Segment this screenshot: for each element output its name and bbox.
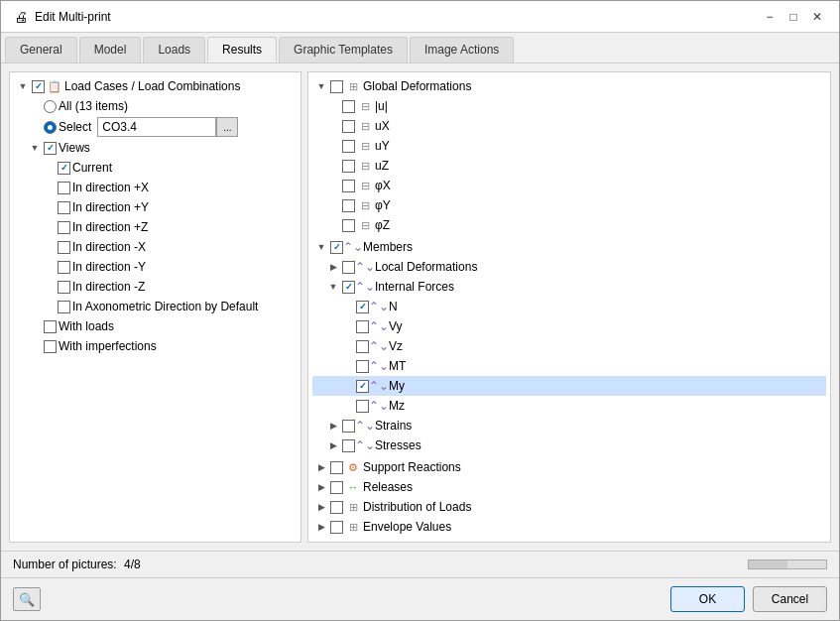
global-phiy-checkbox[interactable] bbox=[342, 199, 355, 212]
global-uz[interactable]: ▶ ⊟ uZ bbox=[312, 156, 826, 176]
releases-checkbox[interactable] bbox=[330, 481, 343, 494]
all-items-radio[interactable] bbox=[44, 100, 57, 113]
tab-loads[interactable]: Loads bbox=[143, 37, 205, 62]
global-phiz-checkbox[interactable] bbox=[342, 219, 355, 232]
load-cases-checkbox[interactable] bbox=[32, 80, 45, 93]
force-mz-checkbox[interactable] bbox=[356, 400, 369, 413]
global-deformations-item[interactable]: ▼ ⊞ Global Deformations bbox=[312, 76, 826, 96]
view-current[interactable]: ▶ Current bbox=[14, 158, 297, 178]
global-ux[interactable]: ▶ ⊟ uX bbox=[312, 116, 826, 136]
local-deformations-item[interactable]: ▶ ⌃⌄ Local Deformations bbox=[312, 257, 826, 277]
select-radio[interactable] bbox=[44, 121, 57, 134]
view-dir-py[interactable]: ▶ In direction +Y bbox=[14, 197, 297, 217]
view-dir-px-checkbox[interactable] bbox=[58, 182, 70, 194]
view-dir-px[interactable]: ▶ In direction +X bbox=[14, 178, 297, 197]
view-axonometric[interactable]: ▶ In Axonometric Direction by Default bbox=[14, 297, 297, 316]
distribution-loads-item[interactable]: ▶ ⊞ Distribution of Loads bbox=[312, 497, 826, 517]
strains-item[interactable]: ▶ ⌃⌄ Strains bbox=[312, 416, 826, 435]
tab-graphic-templates[interactable]: Graphic Templates bbox=[279, 37, 408, 62]
envelope-values-item[interactable]: ▶ ⊞ Envelope Values bbox=[312, 517, 826, 537]
select-option[interactable]: ▶ Select ... bbox=[14, 116, 297, 138]
load-cases-expand-icon[interactable]: ▼ bbox=[16, 79, 30, 93]
global-u-abs-checkbox[interactable] bbox=[342, 100, 355, 113]
global-phix[interactable]: ▶ ⊟ φX bbox=[312, 176, 826, 195]
force-my[interactable]: ▶ ⌃⌄ My bbox=[312, 376, 826, 396]
views-item[interactable]: ▼ Views bbox=[14, 138, 297, 158]
global-deformations-checkbox[interactable] bbox=[330, 80, 343, 93]
views-checkbox[interactable] bbox=[44, 142, 57, 155]
tab-results[interactable]: Results bbox=[207, 37, 277, 62]
global-uz-checkbox[interactable] bbox=[342, 160, 355, 173]
force-mt-checkbox[interactable] bbox=[356, 360, 369, 373]
global-phix-checkbox[interactable] bbox=[342, 180, 355, 192]
force-vy[interactable]: ▶ ⌃⌄ Vy bbox=[312, 316, 826, 336]
internal-forces-item[interactable]: ▼ ⌃⌄ Internal Forces bbox=[312, 277, 826, 297]
global-u-abs[interactable]: ▶ ⊟ |u| bbox=[312, 96, 826, 116]
all-items-option[interactable]: ▶ All (13 items) bbox=[14, 96, 297, 116]
releases-item[interactable]: ▶ ↔ Releases bbox=[312, 477, 826, 497]
cancel-button[interactable]: Cancel bbox=[753, 586, 827, 612]
global-uy[interactable]: ▶ ⊟ uY bbox=[312, 136, 826, 156]
strains-checkbox[interactable] bbox=[342, 420, 355, 433]
tab-image-actions[interactable]: Image Actions bbox=[410, 37, 514, 62]
view-dir-nz[interactable]: ▶ In direction -Z bbox=[14, 277, 297, 297]
force-n[interactable]: ▶ ⌃⌄ N bbox=[312, 297, 826, 316]
distribution-loads-expand-icon[interactable]: ▶ bbox=[314, 500, 328, 514]
load-cases-root[interactable]: ▼ 📋 Load Cases / Load Combinations bbox=[14, 76, 297, 96]
views-expand-icon[interactable]: ▼ bbox=[28, 141, 42, 155]
force-n-checkbox[interactable] bbox=[356, 301, 369, 313]
distribution-loads-checkbox[interactable] bbox=[330, 501, 343, 514]
select-combo-button[interactable]: ... bbox=[216, 117, 238, 137]
global-uy-checkbox[interactable] bbox=[342, 140, 355, 153]
view-dir-ny[interactable]: ▶ In direction -Y bbox=[14, 257, 297, 277]
tab-general[interactable]: General bbox=[5, 37, 77, 62]
with-loads[interactable]: ▶ With loads bbox=[14, 316, 297, 336]
view-dir-nx[interactable]: ▶ In direction -X bbox=[14, 237, 297, 257]
view-current-checkbox[interactable] bbox=[58, 162, 70, 175]
force-vz-checkbox[interactable] bbox=[356, 340, 369, 353]
view-dir-nx-checkbox[interactable] bbox=[58, 241, 70, 254]
minimize-button[interactable]: − bbox=[760, 7, 780, 27]
local-deformations-checkbox[interactable] bbox=[342, 261, 355, 274]
force-vy-checkbox[interactable] bbox=[356, 320, 369, 333]
global-deformations-expand-icon[interactable]: ▼ bbox=[314, 79, 328, 93]
with-imperfections[interactable]: ▶ With imperfections bbox=[14, 336, 297, 356]
strains-expand-icon[interactable]: ▶ bbox=[326, 419, 340, 433]
global-ux-checkbox[interactable] bbox=[342, 120, 355, 133]
close-button[interactable]: ✕ bbox=[807, 7, 827, 27]
support-reactions-item[interactable]: ▶ ⚙ Support Reactions bbox=[312, 457, 826, 477]
releases-expand-icon[interactable]: ▶ bbox=[314, 480, 328, 494]
stresses-item[interactable]: ▶ ⌃⌄ Stresses bbox=[312, 435, 826, 455]
global-phiz[interactable]: ▶ ⊟ φZ bbox=[312, 215, 826, 235]
maximize-button[interactable]: □ bbox=[783, 7, 803, 27]
force-my-checkbox[interactable] bbox=[356, 380, 369, 393]
stresses-checkbox[interactable] bbox=[342, 439, 355, 452]
force-mz[interactable]: ▶ ⌃⌄ Mz bbox=[312, 396, 826, 416]
select-combo-input[interactable] bbox=[97, 117, 216, 137]
local-deformations-expand-icon[interactable]: ▶ bbox=[326, 260, 340, 274]
view-dir-pz-checkbox[interactable] bbox=[58, 221, 70, 234]
support-reactions-expand-icon[interactable]: ▶ bbox=[314, 460, 328, 474]
with-loads-checkbox[interactable] bbox=[44, 320, 57, 333]
view-dir-ny-checkbox[interactable] bbox=[58, 261, 70, 274]
force-vz[interactable]: ▶ ⌃⌄ Vz bbox=[312, 336, 826, 356]
stresses-expand-icon[interactable]: ▶ bbox=[326, 438, 340, 452]
view-dir-pz[interactable]: ▶ In direction +Z bbox=[14, 217, 297, 237]
view-axonometric-checkbox[interactable] bbox=[58, 301, 70, 313]
members-item[interactable]: ▼ ⌃⌄ Members bbox=[312, 237, 826, 257]
internal-forces-expand-icon[interactable]: ▼ bbox=[326, 280, 340, 294]
envelope-values-expand-icon[interactable]: ▶ bbox=[314, 520, 328, 534]
search-button[interactable]: 🔍 bbox=[13, 587, 41, 611]
force-mt[interactable]: ▶ ⌃⌄ MT bbox=[312, 356, 826, 376]
view-dir-py-checkbox[interactable] bbox=[58, 201, 70, 214]
view-dir-nz-checkbox[interactable] bbox=[58, 281, 70, 294]
members-expand-icon[interactable]: ▼ bbox=[314, 240, 328, 254]
internal-forces-checkbox[interactable] bbox=[342, 281, 355, 294]
ok-button[interactable]: OK bbox=[670, 586, 745, 612]
global-phiy[interactable]: ▶ ⊟ φY bbox=[312, 195, 826, 215]
members-checkbox[interactable] bbox=[330, 241, 343, 254]
support-reactions-checkbox[interactable] bbox=[330, 461, 343, 474]
with-imperfections-checkbox[interactable] bbox=[44, 340, 57, 353]
tab-model[interactable]: Model bbox=[79, 37, 142, 62]
envelope-values-checkbox[interactable] bbox=[330, 521, 343, 534]
